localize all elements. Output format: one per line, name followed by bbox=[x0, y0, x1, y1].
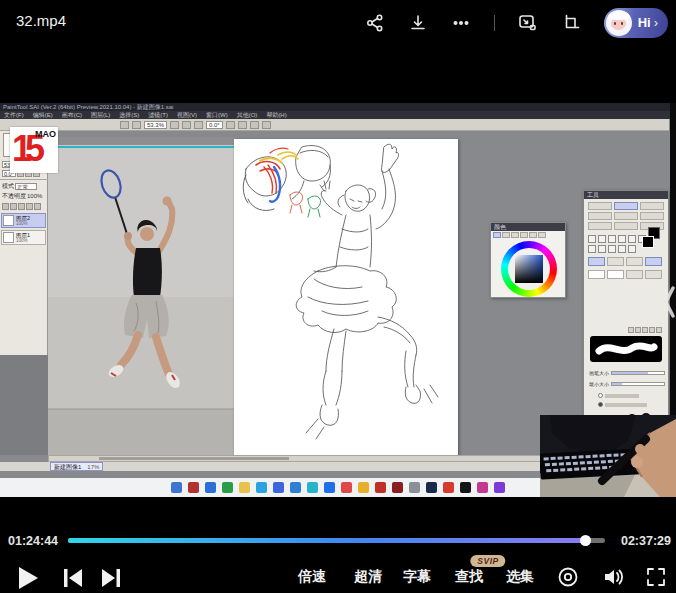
sai-layer-row: 图层2100% bbox=[1, 213, 46, 228]
progress-handle[interactable] bbox=[580, 535, 591, 546]
taskbar-app-icon bbox=[324, 482, 335, 493]
share-icon[interactable] bbox=[365, 13, 385, 33]
video-frame: PaintTool SAI (Ver.2 (64bit) Preview.202… bbox=[0, 103, 676, 497]
sai-zoom-value: 53.3% bbox=[144, 121, 167, 129]
sai-menu-item: 图层(L) bbox=[91, 111, 110, 119]
sai-status-row: 新建图像1 17% bbox=[0, 462, 583, 471]
sai-menu-item: 窗口(W) bbox=[206, 111, 228, 119]
playlist-drawer-handle[interactable] bbox=[663, 285, 675, 323]
volume-icon[interactable] bbox=[602, 566, 624, 588]
taskbar-app-icon bbox=[375, 482, 386, 493]
target-circle-icon[interactable] bbox=[557, 566, 579, 588]
taskbar-app-icon bbox=[460, 482, 471, 493]
color-panel-tabs bbox=[491, 231, 565, 239]
video-player: 32.mp4 Hi › bbox=[0, 0, 676, 593]
sai-opacity-value: 100% bbox=[27, 193, 42, 199]
sai-menubar: 文件(F) 编辑(E) 画布(C) 图层(L) 选择(S) 滤镜(T) 视图(V… bbox=[0, 111, 676, 119]
canvas-hscrollbar bbox=[48, 455, 560, 462]
crop-icon[interactable] bbox=[561, 13, 581, 33]
total-time: 02:37:29 bbox=[621, 534, 671, 548]
fullscreen-icon[interactable] bbox=[645, 566, 667, 588]
avatar bbox=[606, 10, 632, 36]
taskbar-app-icon bbox=[222, 482, 233, 493]
sai-opacity-label: 不透明度 bbox=[2, 192, 26, 201]
next-button[interactable] bbox=[100, 568, 122, 592]
brush-options-buttons bbox=[628, 327, 662, 333]
taskbar-app-icon bbox=[341, 482, 352, 493]
controls-row: 倍速 超清 字幕 查找 SVIP 选集 bbox=[0, 556, 676, 593]
brush-size-label: 画笔大小 bbox=[589, 370, 609, 376]
hi-label: Hi bbox=[638, 15, 651, 30]
find-button[interactable]: 查找 bbox=[455, 568, 483, 586]
video-title: 32.mp4 bbox=[16, 12, 66, 29]
taskbar-app-icon bbox=[188, 482, 199, 493]
more-icon[interactable] bbox=[451, 13, 471, 33]
sai-mode-label: 模式 bbox=[2, 182, 14, 191]
sai-menu-item: 其他(O) bbox=[237, 111, 258, 119]
speed-button[interactable]: 倍速 bbox=[298, 568, 326, 586]
topbar-divider bbox=[494, 15, 495, 31]
download-icon[interactable] bbox=[408, 13, 428, 33]
sai-menu-item: 画布(C) bbox=[62, 111, 82, 119]
brush-stroke-preview bbox=[590, 336, 662, 362]
background-color-swatch bbox=[642, 236, 654, 248]
drawing-canvas bbox=[234, 139, 458, 456]
color-panel-title: 颜色 bbox=[491, 223, 565, 231]
sai-menu-item: 选择(S) bbox=[119, 111, 139, 119]
taskbar-app-icon bbox=[443, 482, 454, 493]
sai-menu-item: 编辑(E) bbox=[33, 111, 53, 119]
taskbar-app-icon bbox=[239, 482, 250, 493]
sai-rotate-value: 0.0° bbox=[206, 121, 223, 129]
mini-player-icon[interactable] bbox=[518, 13, 538, 33]
subtitles-button[interactable]: 字幕 bbox=[403, 568, 431, 586]
svip-badge: SVIP bbox=[470, 555, 505, 567]
sai-titlebar: PaintTool SAI (Ver.2 (64bit) Preview.202… bbox=[0, 103, 676, 111]
play-button[interactable] bbox=[16, 565, 40, 593]
sai-color-panel: 颜色 bbox=[490, 222, 566, 298]
sai-left-panel-lower bbox=[0, 355, 48, 455]
progress-fill bbox=[68, 538, 586, 543]
taskbar-app-icon bbox=[426, 482, 437, 493]
previous-button[interactable] bbox=[62, 568, 84, 592]
watermark-brand: MAO bbox=[35, 129, 56, 139]
current-time: 01:24:44 bbox=[8, 534, 58, 548]
taskbar-app-icon bbox=[477, 482, 488, 493]
document-tab: 新建图像1 17% bbox=[50, 462, 103, 471]
taskbar-app-icon bbox=[205, 482, 216, 493]
taskbar-app-icon bbox=[409, 482, 420, 493]
brush-row bbox=[584, 255, 668, 268]
sai-menu-item: 文件(F) bbox=[4, 111, 24, 119]
reference-photo bbox=[48, 137, 236, 455]
topbar-actions: Hi › bbox=[365, 0, 668, 45]
sai-mode-value: 正常 bbox=[15, 183, 37, 190]
saturation-value-box bbox=[515, 255, 543, 283]
episodes-button[interactable]: 选集 bbox=[506, 568, 534, 586]
sai-layer-row: 图层1100% bbox=[1, 230, 46, 245]
hi-account-button[interactable]: Hi › bbox=[604, 8, 668, 38]
taskbar-app-icon bbox=[290, 482, 301, 493]
brush-row bbox=[584, 268, 668, 281]
sai-menu-item: 视图(V) bbox=[177, 111, 197, 119]
taskbar-app-icon bbox=[358, 482, 369, 493]
sai-toolbar: 53.3% 0.0° bbox=[0, 119, 669, 131]
min-size-label: 最小大小 bbox=[589, 381, 609, 387]
player-topbar: 32.mp4 Hi › bbox=[0, 0, 676, 45]
tools-panel-title: 工具 bbox=[584, 191, 668, 199]
taskbar-app-icon bbox=[171, 482, 182, 493]
progress-bar[interactable] bbox=[68, 538, 605, 543]
webcam-overlay bbox=[540, 415, 676, 497]
sai-menu-item: 滤镜(T) bbox=[148, 111, 168, 119]
chevron-right-icon: › bbox=[654, 15, 658, 30]
quality-button[interactable]: 超清 bbox=[354, 568, 382, 586]
sai-menu-item: 帮助(H) bbox=[266, 111, 286, 119]
taskbar-app-icon bbox=[392, 482, 403, 493]
taskbar-app-icon bbox=[273, 482, 284, 493]
taskbar-app-icon bbox=[494, 482, 505, 493]
taskbar-app-icon bbox=[307, 482, 318, 493]
taskbar-app-icon bbox=[256, 482, 267, 493]
watermark: 15 MAO bbox=[10, 127, 58, 173]
color-swatches bbox=[642, 227, 662, 249]
video-surface[interactable]: PaintTool SAI (Ver.2 (64bit) Preview.202… bbox=[0, 45, 676, 525]
progress-row: 01:24:44 02:37:29 bbox=[0, 533, 676, 549]
